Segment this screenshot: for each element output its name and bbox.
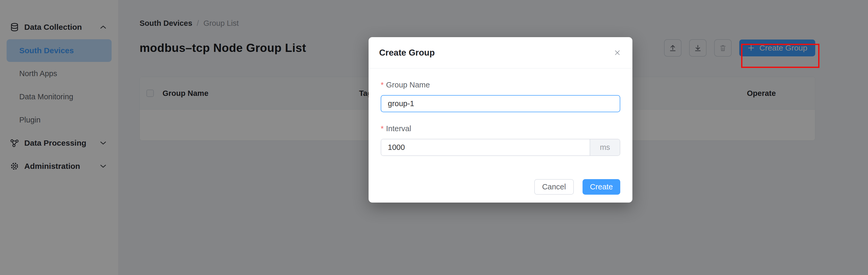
modal-footer: Cancel Create xyxy=(381,179,620,195)
required-mark: * xyxy=(381,80,383,89)
app-root: Data Collection South Devices North Apps… xyxy=(0,0,868,275)
field-label-text: Interval xyxy=(386,124,411,133)
create-group-modal: Create Group * Group Name * Interval xyxy=(369,37,632,203)
modal-body: * Group Name * Interval ms Cancel Create xyxy=(369,68,632,195)
field-label-text: Group Name xyxy=(386,80,430,89)
interval-unit: ms xyxy=(590,139,620,156)
group-name-field: * Group Name xyxy=(381,80,620,112)
create-button[interactable]: Create xyxy=(583,179,620,195)
interval-field: * Interval ms xyxy=(381,124,620,156)
interval-input-group: ms xyxy=(381,139,620,156)
modal-header: Create Group xyxy=(369,37,632,68)
group-name-input[interactable] xyxy=(381,95,620,112)
modal-title: Create Group xyxy=(379,48,613,58)
close-icon[interactable] xyxy=(613,48,622,57)
required-mark: * xyxy=(381,124,383,133)
cancel-button[interactable]: Cancel xyxy=(534,179,574,195)
interval-label: * Interval xyxy=(381,124,620,133)
interval-input[interactable] xyxy=(381,139,590,156)
group-name-label: * Group Name xyxy=(381,80,620,89)
